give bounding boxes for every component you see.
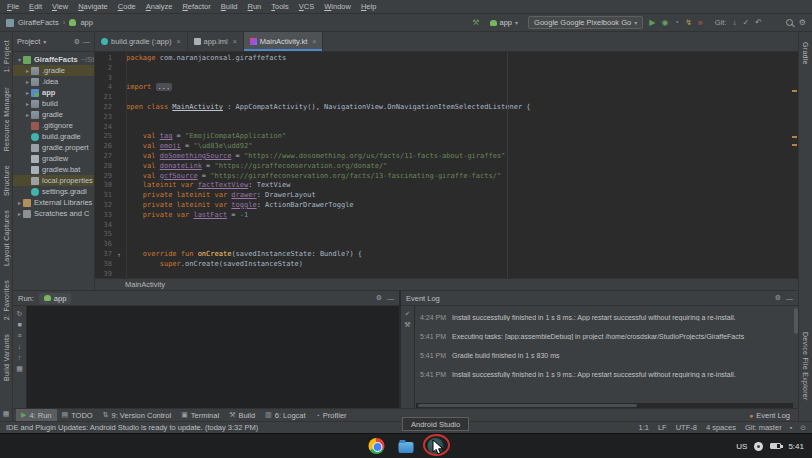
tree-item-giraffefacts[interactable]: ▾GiraffeFacts~/St <box>13 54 94 65</box>
tool-strip-build-variants[interactable]: Build Variants <box>3 334 10 381</box>
toolwindow-profiler[interactable]: ◔Profiler <box>311 409 352 421</box>
keyboard-layout-indicator[interactable]: US <box>736 442 747 451</box>
rerun-icon[interactable]: ↻ <box>17 310 23 317</box>
menu-view[interactable]: View <box>47 2 73 11</box>
tool-strip-layout-captures[interactable]: Layout Captures <box>3 210 10 266</box>
tree-item-gitignore[interactable]: .gitignore <box>13 120 94 131</box>
editor-scrollbar[interactable] <box>790 52 798 278</box>
run-settings-gear-icon[interactable]: ⚙ <box>376 294 382 302</box>
toolwindow-todo[interactable]: ▤TODO <box>57 409 98 421</box>
clear-all-icon[interactable]: ▦ <box>16 365 23 372</box>
tray-status-icon[interactable] <box>754 442 763 451</box>
status-4-spaces[interactable]: 4 spaces <box>706 423 736 432</box>
close-icon[interactable]: × <box>312 38 316 45</box>
tab-mainactivity-kt[interactable]: MainActivity.kt× <box>244 32 323 51</box>
panel-hide-icon[interactable]: — <box>83 38 90 45</box>
files-taskbar-icon[interactable] <box>399 442 414 453</box>
chrome-taskbar-icon[interactable] <box>369 438 385 454</box>
git-revert-button[interactable]: ↶ <box>755 19 762 27</box>
run-config-select[interactable]: app ▾ <box>486 17 523 28</box>
restore-layout-icon[interactable]: ≡ <box>17 332 21 339</box>
menu-navigate[interactable]: Navigate <box>73 2 113 11</box>
tool-strip-gradle[interactable]: Gradle <box>802 42 809 65</box>
menu-window[interactable]: Window <box>319 2 356 11</box>
menu-help[interactable]: Help <box>356 2 381 11</box>
tree-item-gradle[interactable]: ▸gradle <box>13 109 94 120</box>
expand-arrow-icon[interactable]: ▸ <box>16 210 23 217</box>
tool-strip-resource-manager[interactable]: Resource Manager <box>3 87 10 151</box>
event-log-settings-icon[interactable]: ⚒ <box>404 321 410 328</box>
run-tab-app[interactable]: app <box>39 293 72 304</box>
close-icon[interactable]: × <box>233 38 237 45</box>
tree-item-local-properties[interactable]: local.properties <box>13 175 94 186</box>
tab-build-gradle-app[interactable]: build.gradle (:app)× <box>95 32 188 51</box>
tree-item-gradlew[interactable]: gradlew <box>13 153 94 164</box>
debug-button[interactable]: ◉ <box>661 19 668 27</box>
close-icon[interactable]: × <box>176 38 180 45</box>
tool-strip-device-file-explorer[interactable]: Device File Explorer <box>802 332 809 401</box>
tree-item-build[interactable]: ▸build <box>13 98 94 109</box>
event-log-hscrollbar[interactable] <box>416 403 793 408</box>
tab-app-iml[interactable]: app.iml× <box>188 32 244 51</box>
event-log-scrollbar[interactable] <box>794 308 798 334</box>
run-hide-icon[interactable]: — <box>387 295 394 302</box>
status-message[interactable]: IDE and Plugin Updates: Android Studio i… <box>6 423 258 432</box>
git-update-button[interactable]: ↓ <box>732 19 736 27</box>
toolwindow-4-run[interactable]: ▶4: Run <box>16 409 57 421</box>
status-git-master[interactable]: Git: master <box>745 423 782 432</box>
scroll-up-icon[interactable]: ↑ <box>18 354 22 361</box>
toolwindow-terminal[interactable]: ▣Terminal <box>176 409 224 421</box>
menu-run[interactable]: Run <box>243 2 267 11</box>
expand-arrow-icon[interactable]: ▸ <box>24 78 31 85</box>
event-log-settings-gear-icon[interactable]: ⚙ <box>775 294 781 302</box>
tree-item-idea[interactable]: ▸.idea <box>13 76 94 87</box>
tree-item-external-libraries[interactable]: ▸External Libraries <box>13 197 94 208</box>
build-hammer-icon[interactable]: ⚒ <box>472 19 479 27</box>
expand-arrow-icon[interactable]: ▸ <box>24 89 31 96</box>
event-log-hide-icon[interactable]: — <box>786 295 793 302</box>
status-lf[interactable]: LF <box>658 423 667 432</box>
breadcrumb-class[interactable]: MainActivity <box>125 280 165 289</box>
expand-arrow-icon[interactable]: ▸ <box>24 100 31 107</box>
git-commit-button[interactable]: ✓ <box>742 19 749 27</box>
menu-build[interactable]: Build <box>216 2 243 11</box>
device-select[interactable]: Google Google Pixelbook Go ▾ <box>528 16 643 29</box>
clock[interactable]: 5:41 <box>788 442 804 451</box>
menu-code[interactable]: Code <box>113 2 141 11</box>
menu-tools[interactable]: Tools <box>266 2 294 11</box>
profiler-button[interactable]: ◔ <box>674 19 679 27</box>
expand-arrow-icon[interactable]: ▸ <box>24 111 31 118</box>
breadcrumb-project[interactable]: GiraffeFacts <box>18 18 59 27</box>
tree-item-gradlew-bat[interactable]: gradlew.bat <box>13 164 94 175</box>
tree-item-gradle-propert[interactable]: gradle.propert <box>13 142 94 153</box>
breadcrumb-module[interactable]: app <box>80 18 93 27</box>
menu-edit[interactable]: Edit <box>24 2 47 11</box>
tree-item-gradle[interactable]: ▸.gradle <box>13 65 94 76</box>
stop-icon[interactable]: ■ <box>17 321 21 328</box>
toolwindow-6-logcat[interactable]: ▥6: Logcat <box>260 409 310 421</box>
scroll-down-icon[interactable]: ↓ <box>18 343 22 350</box>
menu-vcs[interactable]: VCS <box>294 2 319 11</box>
tree-item-scratches-and-c[interactable]: ▸Scratches and C <box>13 208 94 219</box>
run-console[interactable] <box>27 306 399 408</box>
notifications-bell-icon[interactable]: ⊙ <box>800 424 806 432</box>
menu-analyze[interactable]: Analyze <box>141 2 178 11</box>
collapse-arrow-icon[interactable]: ▾ <box>16 56 23 63</box>
run-button[interactable]: ▶ <box>649 19 655 27</box>
stop-button[interactable]: ■ <box>698 19 703 27</box>
search-icon[interactable] <box>786 19 793 26</box>
tool-window-switcher-icon[interactable]: ▦ <box>3 410 10 418</box>
tree-item-app[interactable]: ▸app <box>13 87 94 98</box>
tree-item-settings-gradl[interactable]: settings.gradl <box>13 186 94 197</box>
code-editor[interactable]: 1package com.naranjaconsal.giraffefacts2… <box>95 52 798 278</box>
chevron-down-icon[interactable]: ▾ <box>43 38 46 45</box>
status-utf-8[interactable]: UTF-8 <box>676 423 697 432</box>
settings-gear-icon[interactable]: ⚙ <box>799 19 806 27</box>
readonly-lock-icon[interactable]: ▪ <box>790 424 792 431</box>
toolwindow-build[interactable]: ⚒Build <box>224 409 260 421</box>
menu-file[interactable]: File <box>2 2 24 11</box>
tool-strip-2-favorites[interactable]: 2: Favorites <box>3 280 10 320</box>
expand-arrow-icon[interactable]: ▸ <box>24 67 31 74</box>
tool-strip-structure[interactable]: Structure <box>3 165 10 196</box>
status-1-1[interactable]: 1:1 <box>638 423 648 432</box>
